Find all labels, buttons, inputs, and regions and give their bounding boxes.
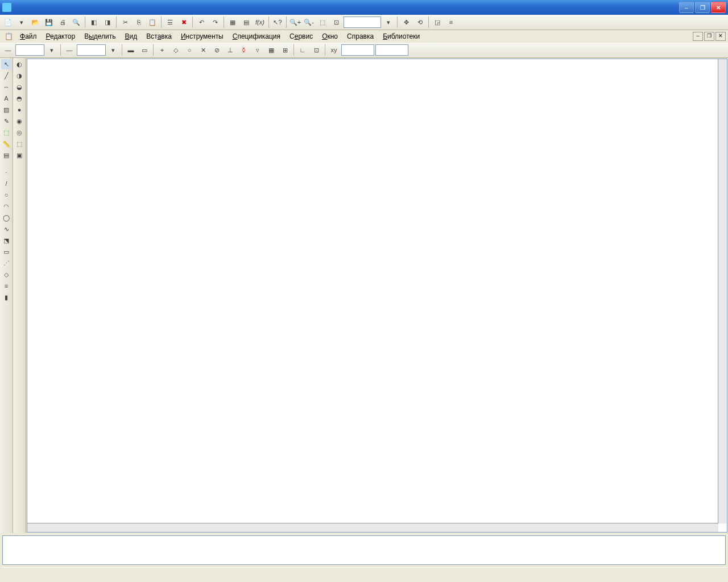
snap-grid-button[interactable]: ⊞ (279, 44, 291, 56)
vt-dim[interactable]: ↔ (1, 82, 11, 92)
menu-help[interactable]: Справка (343, 31, 378, 41)
zoom-window-button[interactable]: ⬚ (316, 16, 329, 28)
vt-line[interactable]: ╱ (1, 70, 11, 81)
vt-meas[interactable]: 📏 (1, 139, 11, 149)
vt-hatch[interactable]: ▨ (1, 105, 11, 115)
drawing-canvas[interactable] (27, 59, 718, 523)
style-input-2[interactable] (77, 44, 106, 56)
snap-mid-button[interactable]: ◇ (169, 44, 182, 56)
fx-button[interactable]: f(x) (254, 16, 266, 28)
vt-chamfer[interactable]: ⬔ (1, 235, 11, 246)
vt-aux[interactable]: ⋰ (1, 258, 11, 268)
vt2-g[interactable]: ◎ (14, 127, 24, 138)
save-button[interactable]: 💾 (43, 16, 55, 28)
round-button[interactable]: ⊡ (310, 44, 322, 56)
close-button[interactable]: ✕ (711, 2, 726, 13)
zoom-dropdown[interactable]: ▾ (382, 16, 395, 28)
vt2-c[interactable]: ◒ (14, 82, 24, 92)
menu-service[interactable]: Сервис (286, 31, 317, 41)
properties-button[interactable]: ☰ (164, 16, 176, 28)
zoom-out-button[interactable]: 🔍- (303, 16, 315, 28)
vt2-b[interactable]: ◑ (14, 70, 24, 81)
menu-select[interactable]: Выделить (80, 31, 119, 41)
snap-near-button[interactable]: ▿ (251, 44, 264, 56)
vt-point[interactable]: · (1, 167, 11, 177)
magnet-button[interactable]: ⧲ (238, 44, 250, 56)
cancel-button[interactable]: ✖ (177, 16, 190, 28)
layers-button[interactable]: ≡ (445, 16, 457, 28)
vt2-e[interactable]: ● (14, 105, 24, 115)
message-panel[interactable] (2, 535, 726, 565)
vt-equid[interactable]: ≡ (1, 281, 11, 291)
undo-button[interactable]: ↶ (195, 16, 208, 28)
vt2-a[interactable]: ◐ (14, 59, 24, 69)
coord-y-input[interactable] (375, 44, 408, 56)
manager-button[interactable]: ▦ (226, 16, 239, 28)
vt-sheet[interactable]: ▤ (1, 150, 11, 160)
vscrollbar[interactable] (718, 59, 727, 523)
zoom-input[interactable] (344, 16, 381, 28)
print-button[interactable]: 🖨 (56, 16, 69, 28)
refresh-button[interactable]: ◲ (431, 16, 444, 28)
style1-dropdown[interactable]: ▾ (46, 44, 58, 56)
vt-text[interactable]: A (1, 93, 11, 103)
menu-insert[interactable]: Вставка (142, 31, 176, 41)
vt2-f[interactable]: ◉ (14, 116, 24, 126)
grid-button[interactable]: ▦ (265, 44, 278, 56)
coord-button[interactable]: xy (328, 44, 340, 56)
line-type-button[interactable]: ― (63, 44, 76, 56)
s2-button[interactable]: ▭ (138, 44, 151, 56)
coord-x-input[interactable] (341, 44, 374, 56)
vt-fill[interactable]: ▮ (1, 292, 11, 302)
part-button[interactable]: ◧ (88, 16, 100, 28)
vt-spline[interactable]: ∿ (1, 224, 11, 234)
zoom-fit-button[interactable]: ⊡ (330, 16, 342, 28)
snap-int-button[interactable]: ✕ (197, 44, 209, 56)
snap-tan-button[interactable]: ⊘ (210, 44, 223, 56)
hscrollbar[interactable] (27, 523, 718, 532)
vt-select[interactable]: ↖ (1, 59, 11, 69)
vt-arc[interactable]: ◠ (1, 201, 11, 211)
zoom-in-button[interactable]: 🔍+ (289, 16, 301, 28)
open-button[interactable]: 📂 (29, 16, 42, 28)
rotate-button[interactable]: ⟲ (413, 16, 426, 28)
menu-view[interactable]: Вид (121, 31, 142, 41)
cut-button[interactable]: ✂ (119, 16, 131, 28)
preview-button[interactable]: 🔍 (70, 16, 82, 28)
maximize-button[interactable]: ❐ (695, 2, 710, 13)
paste-button[interactable]: 📋 (146, 16, 159, 28)
menu-window[interactable]: Окно (318, 31, 342, 41)
pan-button[interactable]: ✥ (400, 16, 412, 28)
minimize-button[interactable]: – (679, 2, 694, 13)
vt-ellipse[interactable]: ◯ (1, 213, 11, 223)
new-button[interactable]: 📄 (2, 16, 14, 28)
menu-spec[interactable]: Спецификация (229, 31, 284, 41)
menu-edit[interactable]: Редактор (42, 31, 80, 41)
snap-center-button[interactable]: ○ (183, 44, 196, 56)
vt-seg[interactable]: / (1, 178, 11, 189)
vt-contour[interactable]: ◇ (1, 269, 11, 280)
line-style-button[interactable]: ― (2, 44, 14, 56)
menu-file[interactable]: Файл (16, 31, 41, 41)
snap-end-button[interactable]: ⌖ (156, 44, 168, 56)
assembly-button[interactable]: ◨ (101, 16, 114, 28)
vt2-h[interactable]: ⬚ (14, 139, 24, 149)
vt2-i[interactable]: ▣ (14, 150, 24, 160)
snap-perp-button[interactable]: ⊥ (224, 44, 237, 56)
s1-button[interactable]: ▬ (125, 44, 137, 56)
vt2-d[interactable]: ◓ (14, 93, 24, 103)
vt-param[interactable]: ⬚ (1, 127, 11, 138)
redo-button[interactable]: ↷ (209, 16, 221, 28)
copy-button[interactable]: ⎘ (133, 16, 145, 28)
menu-libs[interactable]: Библиотеки (379, 31, 424, 41)
style-input-1[interactable] (15, 44, 44, 56)
ortho-button[interactable]: ∟ (296, 44, 309, 56)
doc-icon[interactable]: 📋 (2, 30, 15, 43)
menu-tools[interactable]: Инструменты (177, 31, 228, 41)
help-cursor-button[interactable]: ↖? (271, 16, 284, 28)
new-dropdown[interactable]: ▾ (15, 16, 28, 28)
style2-dropdown[interactable]: ▾ (107, 44, 119, 56)
vt-rect[interactable]: ▭ (1, 247, 11, 257)
variables-button[interactable]: ▤ (240, 16, 253, 28)
mdi-minimize-button[interactable]: – (693, 32, 703, 41)
